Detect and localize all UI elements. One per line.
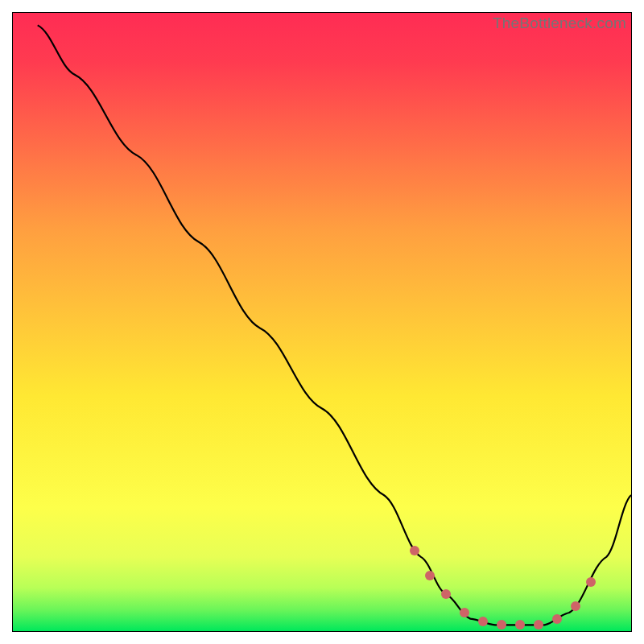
optimal-dot — [497, 620, 506, 630]
optimal-dot — [425, 571, 435, 580]
optimal-dot — [478, 617, 488, 626]
optimal-dot — [552, 614, 562, 624]
chart-frame: TheBottleneck.com — [12, 12, 632, 632]
optimal-dot — [571, 601, 580, 611]
optimal-dot — [586, 577, 596, 587]
optimal-dot — [534, 620, 543, 630]
bottleneck-curve — [13, 13, 631, 631]
optimal-dot — [460, 608, 469, 617]
optimal-dot — [441, 589, 451, 599]
optimal-dot — [515, 620, 525, 630]
optimal-dot — [410, 546, 419, 555]
